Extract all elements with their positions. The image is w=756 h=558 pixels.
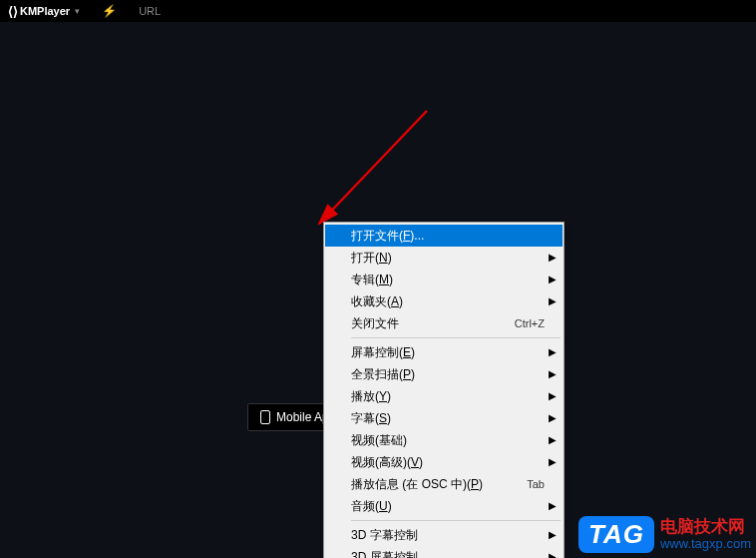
menu-item-label: 专辑(M) (351, 272, 555, 287)
menu-item[interactable]: 视频(基础)▶ (325, 429, 563, 451)
watermark-badge: TAG (578, 516, 654, 553)
menu-item-label: 播放(Y) (351, 388, 555, 404)
menu-item[interactable]: 全景扫描(P)▶ (325, 363, 563, 385)
submenu-arrow-icon: ▶ (549, 498, 557, 514)
menu-item-label: 字幕(S) (351, 410, 555, 426)
menu-item[interactable]: 音频(U)▶ (325, 495, 563, 517)
url-label[interactable]: URL (139, 5, 161, 17)
submenu-arrow-icon: ▶ (549, 250, 557, 266)
menu-item-label: 音频(U) (351, 498, 555, 514)
submenu-arrow-icon: ▶ (549, 293, 557, 309)
watermark: TAG 电脑技术网 www.tagxp.com (578, 516, 751, 553)
menu-item[interactable]: 3D 屏幕控制▶ (325, 546, 563, 558)
video-area[interactable]: Mobile App 打开文件(F)...打开(N)▶专辑(M)▶收藏夹(A)▶… (0, 22, 756, 558)
menu-item-label: 全景扫描(P) (351, 366, 555, 382)
menu-item[interactable]: 播放(Y)▶ (325, 385, 563, 407)
menu-item-label: 视频(基础) (351, 432, 555, 448)
menu-item-label: 打开(N) (351, 250, 555, 266)
menu-item[interactable]: 3D 字幕控制▶ (325, 524, 563, 546)
watermark-title: 电脑技术网 (660, 518, 751, 537)
logo-bracket-icon: ⟨⟩ (8, 4, 18, 19)
svg-line-1 (319, 111, 427, 224)
watermark-url: www.tagxp.com (660, 537, 751, 551)
bolt-icon[interactable]: ⚡ (102, 4, 117, 18)
submenu-arrow-icon: ▶ (549, 410, 557, 426)
menu-item[interactable]: 专辑(M)▶ (325, 269, 563, 290)
phone-icon (260, 410, 270, 424)
menu-item-label: 关闭文件 (351, 315, 515, 331)
menu-item-shortcut: Ctrl+Z (515, 315, 545, 331)
submenu-arrow-icon: ▶ (549, 366, 557, 382)
menu-item[interactable]: 收藏夹(A)▶ (325, 290, 563, 312)
menu-item[interactable]: 字幕(S)▶ (325, 407, 563, 429)
menu-item-label: 打开文件(F)... (351, 228, 555, 244)
submenu-arrow-icon: ▶ (549, 527, 557, 543)
menu-item[interactable]: 播放信息 (在 OSC 中)(P)Tab (325, 473, 563, 495)
app-logo[interactable]: ⟨⟩ KMPlayer ▾ (8, 4, 80, 19)
menu-item-label: 播放信息 (在 OSC 中)(P) (351, 476, 527, 492)
submenu-arrow-icon: ▶ (549, 432, 557, 448)
menu-separator (351, 337, 561, 338)
submenu-arrow-icon: ▶ (549, 272, 557, 287)
menu-item[interactable]: 打开(N)▶ (325, 247, 563, 269)
menu-item[interactable]: 视频(高级)(V)▶ (325, 451, 563, 473)
menu-item[interactable]: 关闭文件Ctrl+Z (325, 312, 563, 334)
title-bar: ⟨⟩ KMPlayer ▾ ⚡ URL (0, 0, 756, 22)
menu-item[interactable]: 打开文件(F)... (325, 225, 563, 247)
menu-item-label: 视频(高级)(V) (351, 454, 555, 470)
submenu-arrow-icon: ▶ (549, 549, 557, 558)
menu-item-label: 3D 字幕控制 (351, 527, 555, 543)
menu-item-shortcut: Tab (527, 476, 545, 492)
submenu-arrow-icon: ▶ (549, 344, 557, 360)
context-menu: 打开文件(F)...打开(N)▶专辑(M)▶收藏夹(A)▶关闭文件Ctrl+Z屏… (323, 222, 565, 558)
annotation-arrow (297, 106, 437, 236)
watermark-text: 电脑技术网 www.tagxp.com (660, 518, 751, 551)
menu-separator (351, 520, 561, 521)
submenu-arrow-icon: ▶ (549, 388, 557, 404)
menu-item-label: 屏幕控制(E) (351, 344, 555, 360)
menu-item[interactable]: 屏幕控制(E)▶ (325, 341, 563, 363)
submenu-arrow-icon: ▶ (549, 454, 557, 470)
menu-item-label: 收藏夹(A) (351, 293, 555, 309)
app-name: KMPlayer (20, 5, 70, 17)
chevron-down-icon[interactable]: ▾ (75, 6, 80, 16)
menu-item-label: 3D 屏幕控制 (351, 549, 555, 558)
